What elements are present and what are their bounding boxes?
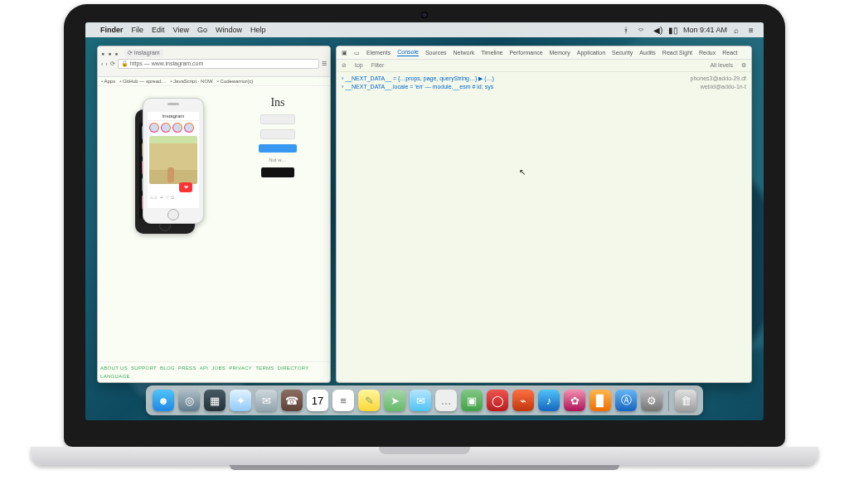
brand-logo: Ins xyxy=(270,96,284,109)
devtools-tab[interactable]: Audits xyxy=(639,50,655,56)
devtools-tab[interactable]: Security xyxy=(612,50,633,56)
footer-link[interactable]: API xyxy=(200,366,209,371)
signup-panel: Ins Not w… xyxy=(230,93,325,358)
devtools-tab[interactable]: Performance xyxy=(509,50,542,56)
footer-link[interactable]: LANGUAGE xyxy=(100,374,130,379)
macos-menubar: Finder File Edit View Go Window Help ᚼ ⌔… xyxy=(85,22,764,37)
footer-link[interactable]: TERMS xyxy=(255,366,274,371)
devtools-tab[interactable]: Elements xyxy=(366,50,391,56)
browser-toolbar: ● ● ● ⟳ Instagram ‹ › ⟳ 🔒 https — www.in… xyxy=(98,46,330,77)
dock-notes-icon[interactable]: ✎ xyxy=(358,390,380,411)
nav-back-icon[interactable]: ‹ xyxy=(101,61,103,67)
story-row xyxy=(148,121,199,134)
menubar-file[interactable]: File xyxy=(132,26,144,34)
devtools-tab[interactable]: Memory xyxy=(550,50,570,56)
bookmark-item[interactable]: GitHub — spread… xyxy=(119,79,166,84)
footer-link[interactable]: PRESS xyxy=(178,366,196,371)
dock-calendar-icon[interactable]: 17 xyxy=(307,390,328,411)
dock-appstore-icon[interactable]: Ⓐ xyxy=(615,390,637,411)
laptop-base xyxy=(31,447,818,465)
console-body[interactable]: › __NEXT_DATA__ = {…props, page, querySt… xyxy=(337,72,751,382)
bookmark-item[interactable]: JavaScript · NOW xyxy=(170,79,212,84)
extensions-icon[interactable]: ☰ xyxy=(322,61,327,67)
dock-trash-icon[interactable]: 🗑 xyxy=(675,390,696,411)
dock-photobooth-icon[interactable]: ◯ xyxy=(487,390,508,411)
inspect-icon[interactable]: ▣ xyxy=(342,50,347,56)
dock-facetime-icon[interactable]: ▣ xyxy=(461,390,483,411)
footer-link[interactable]: ABOUT US xyxy=(100,366,128,371)
bluetooth-icon[interactable]: ᚼ xyxy=(623,26,632,34)
devtools-tab[interactable]: React Sight xyxy=(662,50,692,56)
menubar-app-name[interactable]: Finder xyxy=(100,26,124,34)
dock-speech-icon[interactable]: … xyxy=(435,390,457,411)
dock-contacts-icon[interactable]: ☎ xyxy=(281,390,303,411)
dock-gamecenter-icon[interactable]: ✿ xyxy=(564,390,585,411)
address-bar[interactable]: 🔒 https — www.instagram.com xyxy=(118,59,319,69)
console-subtoolbar: ⊘ top Filter All levels ⚙ xyxy=(337,60,751,72)
devtools-tab[interactable]: Sources xyxy=(425,50,447,56)
dock-maps-icon[interactable]: ➤ xyxy=(384,390,405,411)
menubar-go[interactable]: Go xyxy=(197,26,207,34)
hero-phones: Instagram ❤ ⌂ ⌕ ＋ ♡ ☺ xyxy=(103,93,227,358)
login-button[interactable] xyxy=(259,144,297,153)
ig-feed-title: Instagram xyxy=(148,112,199,121)
input-placeholder[interactable] xyxy=(260,129,295,139)
input-placeholder[interactable] xyxy=(260,114,295,124)
dock-safari-icon[interactable]: ✦ xyxy=(230,390,251,411)
devtools-tab[interactable]: React xyxy=(722,50,737,56)
volume-icon[interactable]: ◀) xyxy=(653,26,662,34)
menubar-help[interactable]: Help xyxy=(250,26,266,34)
window-controls[interactable]: ● ● ● xyxy=(101,51,119,56)
dock-mission-control-icon[interactable]: ▦ xyxy=(204,390,226,411)
settings-gear-icon[interactable]: ⚙ xyxy=(741,62,746,69)
device-toggle-icon[interactable]: ▭ xyxy=(354,50,360,56)
devtools-window: ▣ ▭ Elements Console Sources Network Tim… xyxy=(336,46,752,383)
dock-separator xyxy=(668,391,669,411)
laptop-notch xyxy=(379,447,470,454)
menubar-view[interactable]: View xyxy=(173,26,189,34)
dock-itunes-icon[interactable]: ♪ xyxy=(538,390,560,411)
dock-finder-icon[interactable]: ☻ xyxy=(153,390,174,411)
page-footer-links: ABOUT US SUPPORT BLOG PRESS API JOBS PRI… xyxy=(98,361,330,382)
devtools-tabs: ▣ ▭ Elements Console Sources Network Tim… xyxy=(337,46,751,60)
dock-ibooks-icon[interactable]: ▉ xyxy=(589,390,611,411)
dock-mail-icon[interactable]: ✉ xyxy=(255,390,277,411)
menubar-window[interactable]: Window xyxy=(216,26,242,34)
console-clear-icon[interactable]: ⊘ xyxy=(342,62,347,69)
spotlight-icon[interactable]: ⌕ xyxy=(734,26,742,34)
nav-reload-icon[interactable]: ⟳ xyxy=(110,61,115,67)
dock-reminders-icon[interactable]: ≡ xyxy=(332,390,354,411)
page-content: Instagram ❤ ⌂ ⌕ ＋ ♡ ☺ xyxy=(98,86,330,361)
devtools-tab[interactable]: Redux xyxy=(699,50,716,56)
dock-launchpad-icon[interactable]: ◎ xyxy=(178,390,200,411)
footer-link[interactable]: BLOG xyxy=(160,366,175,371)
laptop-foot xyxy=(230,465,619,470)
footer-link[interactable]: DIRECTORY xyxy=(278,366,309,371)
devtools-tab[interactable]: Application xyxy=(577,50,605,56)
bookmark-item[interactable]: Codewarrior(c) xyxy=(217,79,253,84)
notification-center-icon[interactable]: ≡ xyxy=(749,26,757,34)
footer-link[interactable]: JOBS xyxy=(211,366,226,371)
browser-tab[interactable]: ⟳ Instagram xyxy=(124,49,163,57)
devtools-tab[interactable]: Network xyxy=(454,50,475,56)
devtools-tab[interactable]: Timeline xyxy=(481,50,502,56)
footer-link[interactable]: SUPPORT xyxy=(131,366,157,371)
console-levels[interactable]: All levels xyxy=(710,62,733,69)
macbook-frame: Finder File Edit View Go Window Help ᚼ ⌔… xyxy=(64,4,785,470)
nav-forward-icon[interactable]: › xyxy=(105,61,107,67)
dock-settings-icon[interactable]: ⚙ xyxy=(641,390,662,411)
dock-activity-icon[interactable]: ⌁ xyxy=(512,390,534,411)
dock-messages-icon[interactable]: ✉ xyxy=(410,390,431,411)
menubar-edit[interactable]: Edit xyxy=(152,26,165,34)
laptop-camera xyxy=(421,12,428,18)
devtools-tab[interactable]: Console xyxy=(397,49,419,56)
console-context[interactable]: top xyxy=(355,62,363,69)
footer-link[interactable]: PRIVACY xyxy=(229,366,252,371)
wifi-icon[interactable]: ⌔ xyxy=(638,26,647,34)
menubar-time[interactable]: Mon 9:41 AM xyxy=(683,26,727,34)
appstore-badge[interactable] xyxy=(261,167,294,177)
battery-icon[interactable]: ▮▯ xyxy=(668,26,677,34)
feed-post-image: ❤ xyxy=(149,136,197,184)
bookmark-item[interactable]: Apps xyxy=(101,79,115,84)
console-filter[interactable]: Filter xyxy=(371,62,385,69)
